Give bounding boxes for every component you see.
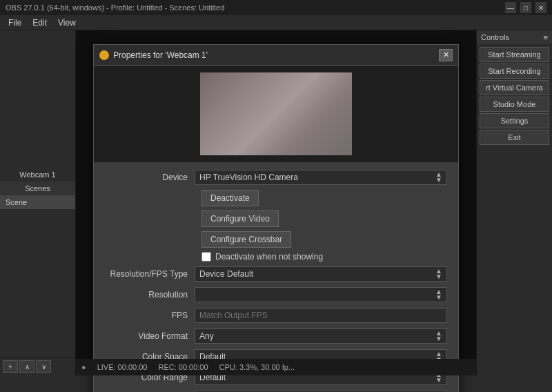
controls-menu-icon[interactable]: ≡ — [544, 33, 548, 41]
left-panel: Webcam 1 Scenes Scene + ∧ ∨ — [0, 30, 76, 375]
device-arrow: ▲▼ — [435, 172, 442, 183]
modal-overlay: Properties for 'Webcam 1' ✕ Device — [76, 30, 476, 375]
scenes-label: Scenes — [0, 182, 75, 195]
fps-input[interactable] — [195, 308, 447, 323]
video-format-row: Video Format Any ▲▼ — [105, 328, 447, 344]
settings-button[interactable]: Settings — [480, 113, 549, 128]
video-format-label: Video Format — [105, 331, 195, 341]
move-scene-up-button[interactable]: ∧ — [19, 360, 34, 373]
resolution-label: Resolution — [105, 290, 195, 300]
deactivate-button[interactable]: Deactivate — [201, 190, 259, 206]
device-value: HP TrueVision HD Camera — [199, 173, 298, 182]
resolution-row: Resolution ▲▼ — [105, 286, 447, 303]
webcam-label: Webcam 1 — [0, 30, 75, 182]
start-streaming-button[interactable]: Start Streaming — [480, 47, 549, 62]
menu-edit[interactable]: Edit — [27, 17, 52, 29]
dialog-close-button[interactable]: ✕ — [439, 49, 453, 61]
obs-icon — [99, 50, 109, 60]
deactivate-row: Deactivate — [201, 190, 447, 206]
video-format-value: Any — [199, 331, 214, 341]
window-controls: — □ ✕ — [505, 2, 546, 13]
start-recording-button[interactable]: Start Recording — [480, 63, 549, 79]
dialog-title-text: Properties for 'Webcam 1' — [113, 50, 208, 60]
device-select[interactable]: HP TrueVision HD Camera ▲▼ — [195, 170, 447, 185]
right-panel: Controls ≡ Start Streaming Start Recordi… — [476, 30, 552, 375]
scene-controls: + ∧ ∨ — [0, 357, 75, 375]
studio-mode-button[interactable]: Studio Mode — [480, 97, 549, 112]
configure-video-button[interactable]: Configure Video — [201, 210, 279, 227]
dialog-title: Properties for 'Webcam 1' — [99, 50, 208, 60]
live-status: LIVE: 00:00:00 — [97, 363, 148, 371]
configure-crossbar-row: Configure Crossbar — [201, 231, 447, 248]
right-panel-buttons: Start Streaming Start Recording rt Virtu… — [477, 44, 552, 149]
dialog-title-bar: Properties for 'Webcam 1' ✕ — [94, 45, 458, 66]
maximize-button[interactable]: □ — [520, 2, 531, 13]
dialog-content: Device HP TrueVision HD Camera ▲▼ Deacti… — [94, 162, 458, 392]
close-window-button[interactable]: ✕ — [535, 2, 546, 13]
properties-dialog: Properties for 'Webcam 1' ✕ Device — [93, 44, 459, 392]
scene-item[interactable]: Scene — [0, 195, 75, 209]
minimize-button[interactable]: — — [505, 2, 516, 13]
resolution-fps-arrow: ▲▼ — [435, 268, 442, 280]
menu-bar: File Edit View — [0, 15, 552, 30]
status-bar: ● LIVE: 00:00:00 REC: 00:00:00 CPU: 3.3%… — [76, 359, 476, 375]
configure-crossbar-button[interactable]: Configure Crossbar — [201, 231, 291, 248]
resolution-arrow: ▲▼ — [435, 289, 442, 300]
dialog-preview — [94, 66, 458, 162]
move-scene-down-button[interactable]: ∨ — [36, 360, 51, 373]
webcam-preview — [200, 72, 352, 155]
virtual-camera-button[interactable]: rt Virtual Camera — [480, 80, 549, 95]
resolution-fps-label: Resolution/FPS Type — [105, 269, 195, 279]
cpu-status: CPU: 3.3%, 30.00 fp... — [219, 363, 295, 371]
video-format-arrow: ▲▼ — [435, 331, 442, 342]
rec-status: REC: 00:00:00 — [158, 363, 208, 371]
add-scene-button[interactable]: + — [3, 360, 18, 373]
device-label: Device — [105, 173, 195, 182]
fps-label: FPS — [105, 311, 195, 320]
configure-video-row: Configure Video — [201, 210, 447, 227]
no-source-indicator: ● — [81, 363, 86, 371]
deactivate-checkbox[interactable] — [201, 252, 211, 262]
device-row: Device HP TrueVision HD Camera ▲▼ — [105, 169, 447, 186]
controls-label: Controls — [481, 33, 509, 41]
controls-header: Controls ≡ — [477, 30, 552, 44]
deactivate-checkbox-label: Deactivate when not showing — [215, 252, 323, 262]
resolution-fps-value: Device Default — [199, 269, 253, 279]
resolution-combobox[interactable]: ▲▼ — [195, 287, 447, 302]
title-bar: OBS 27.0.1 (64-bit, windows) - Profile: … — [0, 0, 552, 15]
resolution-fps-combobox[interactable]: Device Default ▲▼ — [195, 266, 447, 282]
resolution-fps-row: Resolution/FPS Type Device Default ▲▼ — [105, 266, 447, 282]
menu-view[interactable]: View — [52, 17, 81, 29]
window-title: OBS 27.0.1 (64-bit, windows) - Profile: … — [6, 3, 224, 12]
video-format-combobox[interactable]: Any ▲▼ — [195, 329, 447, 344]
center-area: Properties for 'Webcam 1' ✕ Device — [76, 30, 476, 375]
device-combobox[interactable]: HP TrueVision HD Camera ▲▼ — [195, 170, 447, 185]
main-area: Webcam 1 Scenes Scene + ∧ ∨ Properties f… — [0, 30, 552, 375]
deactivate-checkbox-row: Deactivate when not showing — [201, 252, 447, 262]
fps-row: FPS — [105, 307, 447, 324]
exit-button[interactable]: Exit — [480, 130, 549, 145]
menu-file[interactable]: File — [3, 17, 27, 29]
